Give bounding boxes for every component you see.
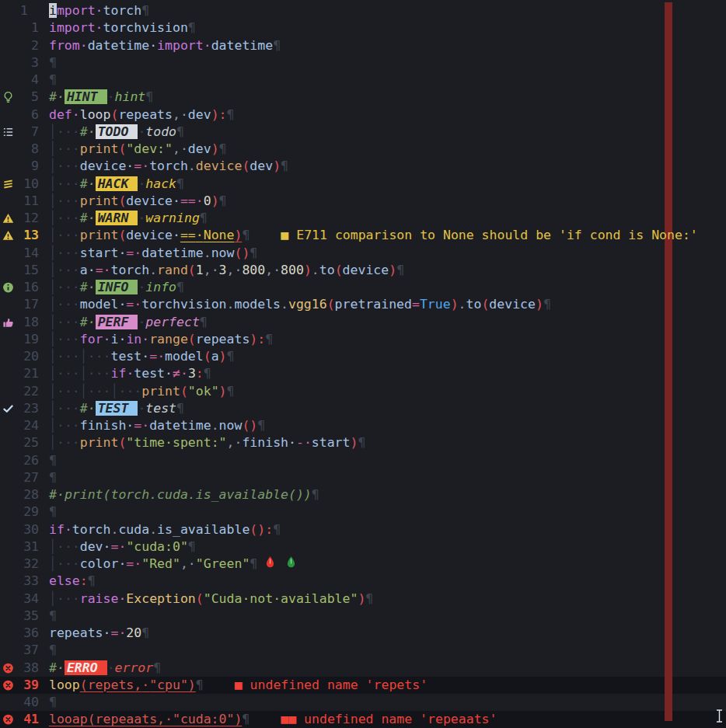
code-text[interactable]: │···print("dev:",·dev)¶ [49,141,726,158]
code-text[interactable]: looap(repeaats,·"cuda:0")¶■■ undefined n… [49,711,726,728]
code-text[interactable]: loop(repets,·"cpu")¶■ undefined name 're… [49,677,726,694]
code-line[interactable]: 32│···color·=·"Red",·"Green"¶ [0,556,726,573]
code-text[interactable]: │···finish·=·datetime.now()¶ [49,417,726,434]
line-number[interactable]: 8 [0,141,39,158]
code-line[interactable]: 11│···print(device·==·0)¶ [0,193,726,210]
line-number[interactable]: 19 [0,331,39,348]
line-number[interactable]: 1 [0,2,39,19]
line-number[interactable]: 2 [0,37,39,54]
code-text[interactable]: │···│···test·=·model(a)¶ [49,348,726,365]
code-line[interactable]: 12│···#·WARN·warning¶ [0,210,726,227]
line-number[interactable]: 25 [0,434,39,451]
code-line[interactable]: 13│···print(device·==·None)¶■ E711 compa… [0,227,726,244]
code-line[interactable]: 19│···for·i·in·range(repeats):¶ [0,331,726,348]
code-text[interactable]: else:¶ [49,573,726,590]
line-number[interactable]: 9 [0,158,39,175]
code-text[interactable]: │···dev·=·"cuda:0"¶ [49,538,726,556]
line-number[interactable]: 1 [0,19,39,37]
code-text[interactable]: │···#·TODO·todo¶ [49,124,726,141]
line-number[interactable]: 22 [0,383,39,400]
code-line[interactable]: 35¶ [0,608,726,625]
line-number[interactable]: 21 [0,365,39,382]
code-editor[interactable]: 1import·torch¶1import·torchvision¶2from·… [0,0,726,728]
line-number[interactable]: 20 [0,348,39,365]
code-line[interactable]: 30if·torch.cuda.is_available():¶ [0,521,726,538]
line-number[interactable]: 26 [0,452,39,469]
code-text[interactable]: def·loop(repeats,·dev):¶ [49,106,726,124]
code-line[interactable]: 27¶ [0,469,726,486]
code-line[interactable]: 20│···│···test·=·model(a)¶ [0,348,726,365]
code-text[interactable]: ¶ [49,469,726,486]
line-number[interactable]: 36 [0,625,39,642]
code-line[interactable]: 29¶ [0,503,726,521]
code-text[interactable]: │···for·i·in·range(repeats):¶ [49,331,726,348]
code-line[interactable]: 14│···start·=·datetime.now()¶ [0,245,726,262]
code-text[interactable]: │···│···│···print("ok")¶ [49,383,726,400]
code-line[interactable]: 39loop(repets,·"cpu")¶■ undefined name '… [0,677,726,694]
code-line[interactable]: 1import·torch¶ [0,2,726,19]
line-number[interactable]: 35 [0,608,39,625]
code-text[interactable]: #·print(torch.cuda.is_available())¶ [49,486,726,503]
code-text[interactable]: import·torchvision¶ [49,19,726,37]
code-text[interactable]: from·datetime·import·datetime¶ [49,37,726,54]
code-line[interactable]: 9│···device·=·torch.device(dev)¶ [0,158,726,175]
code-text[interactable]: ¶ [49,608,726,625]
code-line[interactable]: 41looap(repeaats,·"cuda:0")¶■■ undefined… [0,711,726,728]
code-line[interactable]: 3¶ [0,54,726,71]
code-line[interactable]: 22│···│···│···print("ok")¶ [0,383,726,400]
code-line[interactable]: 25│···print("time·spent:",·finish·-·star… [0,434,726,451]
code-text[interactable]: #·ERRO·error¶ [49,660,726,677]
code-line[interactable]: 1import·torchvision¶ [0,19,726,37]
line-number[interactable]: 4 [0,71,39,89]
code-text[interactable]: │···print("time·spent:",·finish·-·start)… [49,434,726,451]
code-line[interactable]: 26¶ [0,452,726,469]
line-number[interactable]: 31 [0,538,39,556]
line-number[interactable]: 11 [0,193,39,210]
code-text[interactable]: │···print(device·==·0)¶ [49,193,726,210]
code-text[interactable]: repeats·=·20¶ [49,625,726,642]
code-text[interactable]: │···device·=·torch.device(dev)¶ [49,158,726,175]
code-text[interactable]: ¶ [49,694,726,711]
code-text[interactable]: │···print(device·==·None)¶■ E711 compari… [49,227,726,244]
code-line[interactable]: 17│···model·=·torchvision.models.vgg16(p… [0,296,726,313]
line-number[interactable]: 28 [0,486,39,503]
code-text[interactable]: ¶ [49,452,726,469]
line-number[interactable]: 6 [0,106,39,124]
code-line[interactable]: 2from·datetime·import·datetime¶ [0,37,726,54]
code-text[interactable]: │···#·INFO·info¶ [49,279,726,296]
code-text[interactable]: │···#·HACK·hack¶ [49,176,726,193]
code-text[interactable]: │···raise·Exception("Cuda·not·available"… [49,590,726,608]
code-text[interactable]: │···start·=·datetime.now()¶ [49,245,726,262]
code-text[interactable]: #·HINT·hint¶ [49,89,726,106]
line-number[interactable]: 30 [0,521,39,538]
code-line[interactable]: 7│···#·TODO·todo¶ [0,124,726,141]
code-line[interactable]: 37¶ [0,642,726,659]
code-line[interactable]: 34│···raise·Exception("Cuda·not·availabl… [0,590,726,608]
code-text[interactable]: import·torch¶ [49,2,726,19]
code-line[interactable]: 36repeats·=·20¶ [0,625,726,642]
code-text[interactable]: │···#·WARN·warning¶ [49,210,726,227]
code-line[interactable]: 8│···print("dev:",·dev)¶ [0,141,726,158]
line-number[interactable]: 15 [0,262,39,279]
line-number[interactable]: 37 [0,642,39,659]
code-line[interactable]: 40¶ [0,694,726,711]
line-number[interactable]: 40 [0,694,39,711]
code-text[interactable]: if·torch.cuda.is_available():¶ [49,521,726,538]
code-line[interactable]: 4¶ [0,71,726,89]
code-line[interactable]: 33else:¶ [0,573,726,590]
line-number[interactable]: 27 [0,469,39,486]
code-line[interactable]: 24│···finish·=·datetime.now()¶ [0,417,726,434]
code-text[interactable]: │···color·=·"Red",·"Green"¶ [49,556,726,573]
code-line[interactable]: 21│···│···if·test·≠·3:¶ [0,365,726,382]
code-text[interactable]: ¶ [49,503,726,521]
line-number[interactable]: 3 [0,54,39,71]
code-text[interactable]: │···a·=·torch.rand(1,·3,·800,·800).to(de… [49,262,726,279]
line-number[interactable]: 34 [0,590,39,608]
code-text[interactable]: ¶ [49,642,726,659]
code-text[interactable]: ¶ [49,71,726,89]
code-line[interactable]: 23│···#·TEST·test¶ [0,400,726,417]
code-line[interactable]: 18│···#·PERF·perfect¶ [0,314,726,331]
line-number[interactable]: 29 [0,503,39,521]
line-number[interactable]: 24 [0,417,39,434]
code-line[interactable]: 28#·print(torch.cuda.is_available())¶ [0,486,726,503]
